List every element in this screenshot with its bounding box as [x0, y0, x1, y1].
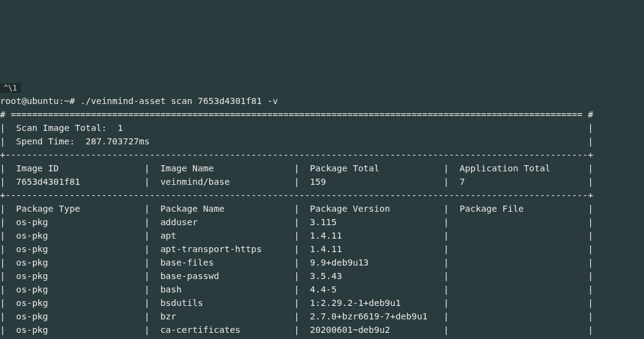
rule-top: # ======================================… [0, 110, 593, 119]
shell-prompt[interactable]: root@ubuntu:~# ./veinmind-asset scan 765… [0, 96, 278, 106]
rule-separator: +---------------------------------------… [0, 190, 593, 200]
prompt-sep2: # [70, 96, 75, 106]
prompt-path: ~ [64, 96, 70, 106]
summary-line-2: | Spend Time: 287.703727ms | [0, 136, 593, 146]
image-table-header: | Image ID | Image Name | Package Total … [0, 163, 593, 173]
prompt-user: root@ubuntu [0, 96, 59, 106]
command-text: ./veinmind-asset scan 7653d4301f81 -v [80, 96, 278, 106]
prompt-sep1: : [59, 96, 64, 106]
tab-title: ^\1 [0, 83, 21, 93]
summary-line-1: | Scan Image Total: 1 | [0, 123, 593, 133]
terminal-output: ^\1 root@ubuntu:~# ./veinmind-asset scan… [0, 67, 644, 339]
image-table-row: | 7653d4301f81 | veinmind/base | 159 | 7… [0, 177, 593, 187]
rule-separator: +---------------------------------------… [0, 150, 593, 160]
package-table-header: | Package Type | Package Name | Package … [0, 204, 593, 214]
package-table-body: | os-pkg | adduser | 3.115 | | | os-pkg … [0, 217, 593, 339]
